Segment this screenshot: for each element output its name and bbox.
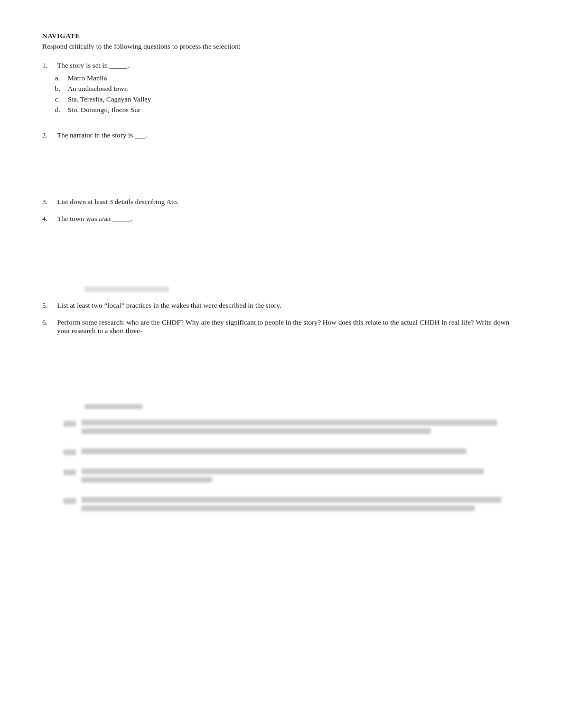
q4-number: 4. (42, 215, 57, 223)
q1-text: The story is set in _____. (57, 61, 129, 70)
q3-number: 3. (42, 198, 57, 206)
question-2: 2. The narrator in the story is ___. (42, 131, 519, 140)
blurred-placeholder-1 (85, 287, 519, 292)
q2-text: The narrator in the story is ___. (57, 131, 147, 140)
option-c: c. Sta. Teresita, Cagayan Valley (55, 95, 519, 104)
option-d: d. Sto. Domingo, Ilocos Sur (55, 106, 519, 114)
blurred-section (42, 404, 519, 514)
navigate-label: NAVIGATE (42, 32, 519, 40)
question-3: 3. List down at least 3 details describi… (42, 198, 519, 206)
option-a: a. Matro Manila (55, 74, 519, 82)
q5-number: 5. (42, 301, 57, 310)
option-b: b. An undisclosed town (55, 85, 519, 93)
q4-text: The town was a/an _____. (57, 215, 132, 223)
q6-text: Perform some research: who are the CHDF?… (57, 318, 519, 335)
blurred-q7 (63, 420, 519, 437)
blurred-q10 (63, 497, 519, 514)
blurred-q9 (63, 468, 519, 485)
instruction-text: Respond critically to the following ques… (42, 42, 519, 51)
q3-text: List down at least 3 details describing … (57, 198, 179, 206)
q6-number: 6. (42, 318, 57, 327)
question-4: 4. The town was a/an _____. (42, 215, 519, 223)
blurred-q8 (63, 448, 519, 457)
q5-text: List at least two “local” practices in t… (57, 301, 282, 310)
question-5: 5. List at least two “local” practices i… (42, 301, 519, 310)
question-1: 1. The story is set in _____. a. Matro M… (42, 61, 519, 114)
question-6: 6. Perform some research: who are the CH… (42, 318, 519, 335)
q1-number: 1. (42, 61, 57, 70)
q2-number: 2. (42, 131, 57, 140)
page-container: NAVIGATE Respond critically to the follo… (42, 32, 519, 514)
